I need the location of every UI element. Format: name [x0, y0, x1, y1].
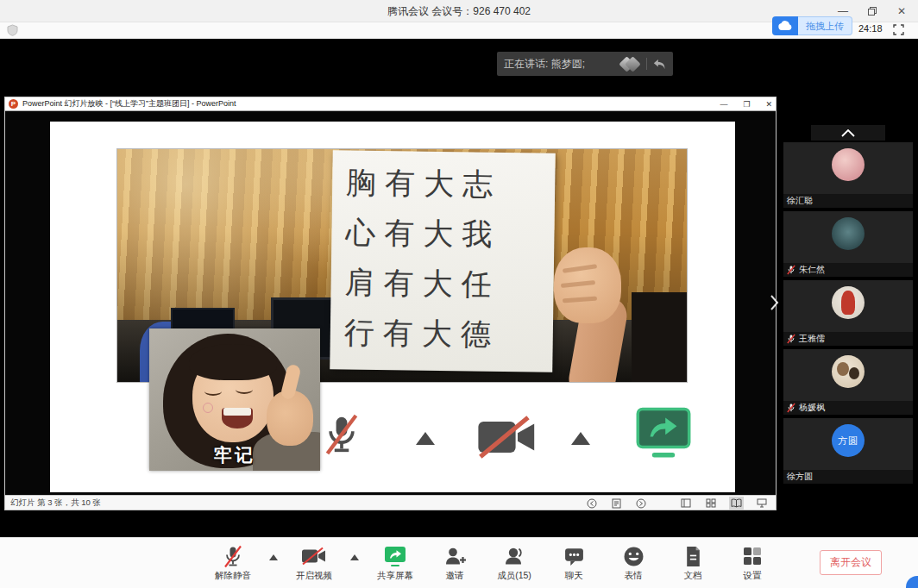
members-label: 成员(15) — [497, 570, 531, 582]
ppt-titlebar[interactable]: P PowerPoint 幻灯片放映 - [“线上学习”主题班团日] - Pow… — [5, 97, 776, 111]
undo-icon[interactable] — [653, 59, 666, 70]
participant-name: 杨媛枫 — [799, 402, 825, 414]
sidebar-collapse-button[interactable] — [811, 125, 885, 141]
participant-name: 徐汇聪 — [787, 195, 813, 207]
participant-tile[interactable]: 徐汇聪 — [783, 142, 913, 208]
restore-icon — [868, 7, 877, 16]
participant-tile[interactable]: 朱仁然 — [783, 211, 913, 277]
ppt-close-button[interactable]: ✕ — [765, 101, 772, 109]
ppt-window-title: PowerPoint 幻灯片放映 - [“线上学习”主题班团日] - Power… — [22, 98, 236, 109]
meme-girl-bangs — [189, 344, 277, 380]
security-shield-icon — [7, 24, 18, 36]
powerpoint-icon: P — [9, 99, 18, 109]
video-options-caret[interactable] — [350, 554, 359, 560]
slide-mic-caret-icon — [416, 432, 435, 445]
ppt-slide: 胸有大志 心有大我 肩有大任 行有大德 — [50, 122, 735, 492]
slide-counter: 幻灯片 第 3 张，共 10 张 — [10, 497, 101, 509]
ppt-status-bar: 幻灯片 第 3 张，共 10 张 — [5, 495, 776, 510]
slide-control-icons — [323, 403, 685, 472]
slideshow-view-button[interactable] — [755, 497, 769, 510]
settings-button[interactable]: 设置 — [729, 544, 776, 582]
meeting-timer: 24:18 — [858, 23, 883, 34]
toast-divider — [646, 58, 647, 70]
next-slide-button[interactable] — [634, 497, 648, 510]
participant-tile[interactable]: 王雅儒 — [783, 280, 913, 346]
invite-icon — [443, 546, 467, 567]
avatar: 方圆 — [832, 424, 865, 457]
annotation-menu-button[interactable] — [610, 497, 623, 510]
participants-sidebar: 徐汇聪 朱仁然 — [783, 125, 913, 487]
close-button[interactable]: ✕ — [890, 2, 913, 21]
poem-line: 行有大德 — [343, 307, 553, 360]
share-screen-label: 共享屏幕 — [377, 570, 413, 582]
leave-meeting-button[interactable]: 离开会议 — [820, 550, 882, 575]
slide-share-screen-icon — [635, 406, 692, 460]
share-screen-icon — [384, 546, 406, 567]
invite-label: 邀请 — [446, 570, 464, 582]
ppt-slideshow-area[interactable]: 胸有大志 心有大我 肩有大任 行有大德 — [5, 111, 776, 495]
ppt-minimize-button[interactable]: — — [720, 101, 727, 109]
unmute-button[interactable]: 解除静音 — [210, 544, 256, 582]
poem-line: 肩有大任 — [344, 257, 554, 310]
ppt-restore-button[interactable]: ❐ — [743, 101, 750, 109]
chat-icon — [563, 546, 585, 567]
participant-tile[interactable]: 杨媛枫 — [783, 349, 913, 415]
calligraphy-paper: 胸有大志 心有大我 肩有大任 行有大德 — [330, 150, 556, 372]
drag-upload-button[interactable]: 拖拽上传 — [798, 16, 852, 35]
muted-mic-icon — [787, 334, 795, 344]
avatar — [832, 286, 865, 319]
meme-caption: 牢记 — [149, 443, 320, 467]
share-screen-button[interactable]: 共享屏幕 — [372, 544, 418, 582]
cloud-icon — [772, 16, 798, 35]
meeting-toolbar: 解除静音 开启视频 — [0, 537, 918, 588]
holding-hand — [547, 242, 651, 382]
mic-options-caret[interactable] — [269, 554, 278, 560]
sidebar-expand-button[interactable] — [770, 295, 779, 314]
members-button[interactable]: 成员(15) — [491, 544, 538, 582]
restore-button[interactable] — [861, 2, 883, 21]
ppt-status-icons — [585, 496, 769, 510]
start-video-label: 开启视频 — [296, 570, 332, 582]
cloud-upload-control[interactable]: 拖拽上传 — [772, 16, 852, 35]
document-icon — [684, 546, 702, 567]
participant-name: 徐方圆 — [787, 471, 813, 483]
poem-line: 心有大我 — [345, 207, 555, 260]
camera-muted-icon — [301, 547, 327, 566]
emoji-icon — [623, 546, 644, 567]
emoji-label: 表情 — [625, 570, 643, 582]
participant-name: 王雅儒 — [799, 333, 825, 345]
docs-label: 文档 — [684, 570, 702, 582]
slide-mic-muted-icon — [323, 406, 361, 463]
fullscreen-icon — [893, 24, 904, 35]
muted-mic-icon — [787, 403, 795, 413]
mic-muted-icon — [223, 545, 243, 568]
docs-button[interactable]: 文档 — [670, 544, 716, 582]
slide-camera-muted-icon — [476, 415, 538, 460]
normal-view-button[interactable] — [679, 497, 693, 510]
apps-grid-icon — [742, 546, 763, 566]
tencent-meeting-window: 腾讯会议 会议号：926 470 402 — ✕ 拖拽上传 24:18 — [0, 0, 918, 588]
speaking-toast: 正在讲话: 熊梦圆; — [497, 52, 673, 76]
avatar — [832, 217, 865, 250]
slide-sorter-view-button[interactable] — [704, 497, 718, 510]
chat-label: 聊天 — [565, 570, 583, 582]
members-icon — [503, 546, 525, 567]
thumbs-up-meme: 牢记 — [149, 328, 320, 471]
participant-name: 朱仁然 — [799, 264, 825, 276]
slide-camera-caret-icon — [571, 432, 590, 445]
powerpoint-window: P PowerPoint 幻灯片放映 - [“线上学习”主题班团日] - Pow… — [4, 97, 777, 510]
invite-button[interactable]: 邀请 — [431, 544, 478, 582]
ppt-window-controls: — ❐ ✕ — [720, 97, 772, 111]
speaking-label: 正在讲话: 熊梦圆; — [504, 57, 621, 72]
start-video-button[interactable]: 开启视频 — [291, 544, 337, 582]
poem-line: 胸有大志 — [346, 157, 556, 210]
fullscreen-button[interactable] — [893, 23, 904, 39]
participant-tile[interactable]: 方圆 徐方圆 — [783, 418, 913, 484]
muted-mic-icon — [787, 265, 795, 275]
emoji-button[interactable]: 表情 — [610, 544, 657, 582]
settings-label: 设置 — [744, 570, 762, 582]
avatar — [832, 355, 865, 388]
reading-view-button[interactable] — [729, 497, 744, 510]
chat-button[interactable]: 聊天 — [550, 544, 597, 582]
prev-slide-button[interactable] — [585, 497, 599, 510]
